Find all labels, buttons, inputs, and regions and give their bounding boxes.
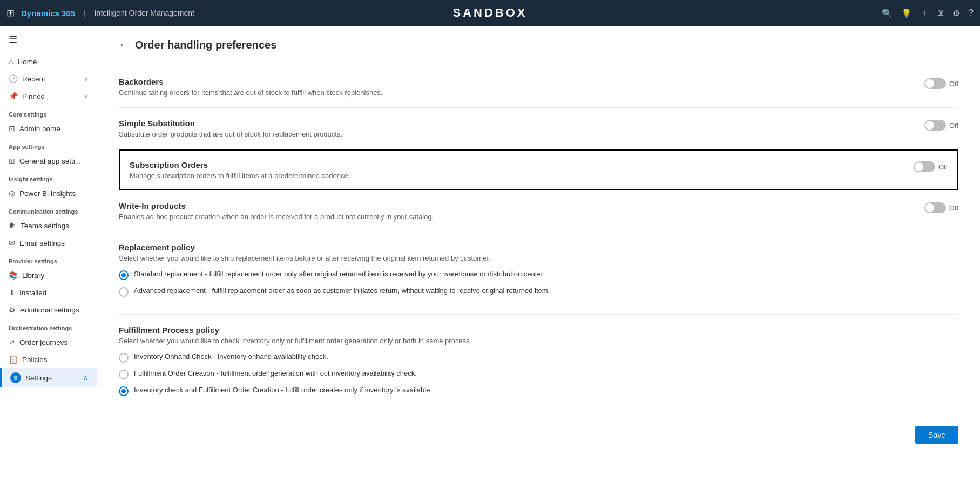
sidebar-item-settings-active[interactable]: S Settings ∧ bbox=[0, 368, 97, 387]
sub-orders-title: Subscription Orders bbox=[130, 160, 892, 169]
sidebar-home-label: Home bbox=[17, 58, 37, 66]
settings-icon[interactable]: ⚙ bbox=[952, 8, 960, 18]
sidebar-item-email[interactable]: ✉ Email settings bbox=[0, 234, 97, 251]
simple-sub-toggle-label: Off bbox=[949, 121, 958, 130]
sidebar-item-pinned[interactable]: 📌 Pinned ∨ bbox=[0, 87, 97, 105]
sidebar-admin-home-label: Admin home bbox=[19, 125, 60, 133]
sidebar-item-power-bi[interactable]: ◎ Power Bi Insights bbox=[0, 185, 97, 202]
radio-inventory-check-label: Inventory check and Fulfillment Order Cr… bbox=[134, 386, 432, 394]
radio-inventory-check-and-fulfillment[interactable] bbox=[119, 386, 129, 396]
radio-standard-label: Standard replacement - fulfill replaceme… bbox=[134, 270, 545, 278]
filter-icon[interactable]: ⧖ bbox=[938, 8, 944, 18]
order-journeys-icon: ↗ bbox=[9, 338, 15, 346]
hamburger-menu[interactable]: ☰ bbox=[0, 26, 97, 53]
save-button[interactable]: Save bbox=[915, 426, 958, 444]
back-button[interactable]: ← bbox=[119, 39, 129, 51]
sidebar-item-general-app[interactable]: ⊞ General app setti... bbox=[0, 152, 97, 169]
backorders-setting: Backorders Continue taking orders for it… bbox=[119, 66, 958, 108]
fulfillment-option-inventory-check-and-fulfillment: Inventory check and Fulfillment Order Cr… bbox=[119, 386, 958, 396]
sub-orders-left: Subscription Orders Manage subscription … bbox=[130, 160, 892, 180]
top-bar-left: ⊞ Dynamics 365 | Intelligent Order Manag… bbox=[6, 7, 194, 19]
sub-orders-toggle[interactable] bbox=[914, 161, 935, 172]
power-bi-icon: ◎ bbox=[9, 189, 15, 198]
radio-advanced-replacement[interactable] bbox=[119, 287, 129, 297]
backorders-toggle-label: Off bbox=[949, 80, 958, 88]
sidebar-item-library[interactable]: 📚 Library bbox=[0, 267, 97, 284]
sidebar-order-journeys-label: Order journeys bbox=[19, 338, 67, 346]
app-name[interactable]: Dynamics 365 bbox=[21, 9, 75, 18]
email-icon: ✉ bbox=[9, 239, 15, 247]
write-in-products-setting: Write-In products Enables ad-hoc product… bbox=[119, 190, 958, 232]
subscription-orders-setting: Subscription Orders Manage subscription … bbox=[119, 149, 958, 190]
sidebar-item-teams[interactable]: 🗣 Teams settings bbox=[0, 217, 97, 234]
sidebar-item-admin-home[interactable]: ⊡ Admin home bbox=[0, 120, 97, 137]
top-bar: ⊞ Dynamics 365 | Intelligent Order Manag… bbox=[0, 0, 980, 26]
fulfillment-option-fulfillment-order-creation: Fulfillment Order Creation - fulfillment… bbox=[119, 369, 958, 379]
simple-sub-desc: Substitute order products that are out o… bbox=[119, 130, 903, 138]
page-header: ← Order handling preferences bbox=[119, 39, 958, 51]
search-icon[interactable]: 🔍 bbox=[882, 8, 893, 18]
lightbulb-icon[interactable]: 💡 bbox=[901, 8, 912, 18]
module-name: Intelligent Order Management bbox=[94, 9, 194, 17]
backorders-desc: Continue taking orders for items that ar… bbox=[119, 88, 903, 97]
write-in-desc: Enables ad-hoc product creation when an … bbox=[119, 213, 903, 221]
radio-fulfillment-order-creation[interactable] bbox=[119, 370, 129, 379]
fulfillment-policy-title: Fulfillment Process policy bbox=[119, 325, 958, 335]
sidebar-installed-label: Installed bbox=[19, 289, 46, 297]
sidebar-item-installed[interactable]: ⬇ Installed bbox=[0, 284, 97, 301]
sidebar-general-app-label: General app setti... bbox=[19, 157, 81, 165]
main-layout: ☰ ⌂ Home 🕐 Recent ∨ 📌 Pinned ∨ Core sett… bbox=[0, 26, 980, 497]
fulfillment-policy-desc: Select whether you would like to check i… bbox=[119, 337, 958, 345]
sub-orders-desc: Manage subscription orders to fulfill it… bbox=[130, 172, 892, 180]
settings-s-icon: S bbox=[10, 372, 21, 383]
simple-sub-toggle-area: Off bbox=[903, 119, 958, 131]
radio-inventory-onhand-label: Inventory Onhand Check - inventory onhan… bbox=[134, 352, 328, 360]
plus-icon[interactable]: ＋ bbox=[921, 8, 929, 19]
section-app-settings: App settings bbox=[0, 137, 97, 152]
radio-inventory-onhand[interactable] bbox=[119, 353, 129, 363]
radio-standard-replacement[interactable] bbox=[119, 270, 129, 280]
chevron-down-icon: ∨ bbox=[84, 76, 88, 83]
simple-sub-toggle[interactable] bbox=[924, 120, 946, 131]
write-in-toggle-label: Off bbox=[949, 204, 958, 212]
waffle-icon[interactable]: ⊞ bbox=[6, 7, 15, 19]
section-orchestration-settings: Orchestration settings bbox=[0, 318, 97, 333]
backorders-toggle[interactable] bbox=[924, 78, 946, 89]
write-in-toggle[interactable] bbox=[924, 202, 946, 213]
sidebar-settings-label: Settings bbox=[25, 374, 52, 382]
write-in-left: Write-In products Enables ad-hoc product… bbox=[119, 201, 903, 221]
simple-sub-left: Simple Substitution Substitute order pro… bbox=[119, 119, 903, 138]
write-in-toggle-wrap: Off bbox=[924, 202, 958, 213]
sidebar: ☰ ⌂ Home 🕐 Recent ∨ 📌 Pinned ∨ Core sett… bbox=[0, 26, 97, 497]
pin-icon: 📌 bbox=[9, 92, 18, 100]
sidebar-pinned-label: Pinned bbox=[22, 92, 45, 100]
help-icon[interactable]: ? bbox=[969, 8, 974, 18]
installed-icon: ⬇ bbox=[9, 288, 15, 297]
library-icon: 📚 bbox=[9, 271, 18, 280]
sidebar-item-additional[interactable]: ⚙ Additional settings bbox=[0, 301, 97, 318]
write-in-toggle-area: Off bbox=[903, 201, 958, 213]
simple-sub-toggle-wrap: Off bbox=[924, 120, 958, 131]
admin-home-icon: ⊡ bbox=[9, 124, 15, 133]
replacement-policy-title: Replacement policy bbox=[119, 243, 958, 252]
sidebar-additional-label: Additional settings bbox=[20, 306, 79, 314]
top-bar-icons: 🔍 💡 ＋ ⧖ ⚙ ? bbox=[882, 8, 974, 19]
general-app-icon: ⊞ bbox=[9, 156, 15, 165]
sidebar-power-bi-label: Power Bi Insights bbox=[19, 189, 76, 198]
top-bar-separator: | bbox=[84, 9, 86, 17]
page-title: Order handling preferences bbox=[135, 39, 276, 51]
replacement-option-advanced: Advanced replacement - fulfill replaceme… bbox=[119, 287, 958, 297]
sub-orders-toggle-wrap: Off bbox=[914, 161, 948, 172]
sidebar-item-recent[interactable]: 🕐 Recent ∨ bbox=[0, 70, 97, 87]
sidebar-item-home[interactable]: ⌂ Home bbox=[0, 53, 97, 70]
chevron-down-icon-2: ∨ bbox=[84, 93, 88, 100]
simple-substitution-setting: Simple Substitution Substitute order pro… bbox=[119, 108, 958, 149]
section-core-settings: Core settings bbox=[0, 105, 97, 120]
sidebar-item-policies[interactable]: 📋 Policies bbox=[0, 351, 97, 368]
radio-fulfillment-order-creation-label: Fulfillment Order Creation - fulfillment… bbox=[134, 369, 417, 377]
backorders-left: Backorders Continue taking orders for it… bbox=[119, 77, 903, 97]
additional-settings-icon: ⚙ bbox=[9, 305, 16, 314]
policies-icon: 📋 bbox=[9, 355, 18, 364]
sidebar-item-order-journeys[interactable]: ↗ Order journeys bbox=[0, 333, 97, 351]
save-area: Save bbox=[119, 413, 958, 444]
